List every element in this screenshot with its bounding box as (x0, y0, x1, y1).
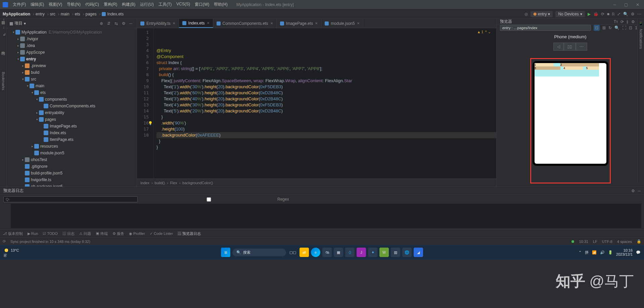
locate-icon[interactable]: ⊕ (100, 21, 104, 26)
code-line[interactable]: .width('90%') (156, 120, 496, 126)
menu-item[interactable]: VCS(S) (174, 1, 192, 8)
menu-item[interactable]: 代码(C) (83, 1, 101, 8)
chevron-up-icon[interactable]: ⌃ (579, 250, 582, 255)
menu-item[interactable]: 构建(B) (120, 1, 137, 8)
caret-position[interactable]: 10:31 (579, 240, 588, 244)
bottom-tool-tab[interactable]: ▤ 日志 (62, 231, 75, 236)
sync-icon[interactable]: ⟳ (3, 239, 6, 244)
code-line[interactable]: private arr: string[] = ['APP1', 'APP2',… (156, 66, 496, 72)
tree-arrow-icon[interactable]: ▸ (21, 71, 25, 74)
search-icon[interactable]: 🔍 (623, 12, 628, 16)
tree-arrow-icon[interactable]: ▾ (26, 84, 30, 88)
tree-node[interactable]: ▾components (7, 96, 137, 103)
store-icon[interactable]: 🛍 (322, 248, 332, 257)
editor-tab[interactable]: ImagePage.ets✕ (277, 19, 322, 28)
tree-arrow-icon[interactable]: ▾ (35, 98, 39, 101)
hide-icon[interactable]: ─ (129, 21, 134, 26)
edge-icon[interactable]: e (311, 248, 320, 257)
tree-node[interactable]: ▸.idea (7, 42, 137, 49)
file-encoding[interactable]: UTF-8 (602, 240, 612, 244)
settings-icon[interactable]: ⚙ (631, 19, 635, 24)
inspection-badge[interactable]: ▲1 ^ ⌄ (477, 29, 491, 35)
task-view-icon[interactable]: ▢▢ (288, 248, 297, 257)
breadcrumb-item[interactable]: pages (86, 12, 97, 16)
text-tool-icon[interactable]: Tт (614, 19, 618, 24)
menu-item[interactable]: 文件(F) (11, 1, 28, 8)
code-line[interactable]: @Entry (156, 48, 496, 54)
phone-screen[interactable]: 1 2 3 4 5 (535, 63, 606, 164)
tree-node[interactable]: oh-package.json5 (7, 183, 137, 187)
tree-node[interactable]: ▸entryability (7, 109, 137, 116)
tree-arrow-icon[interactable]: ▸ (30, 145, 34, 148)
run-module-combo[interactable]: ⬢entry▾ (531, 11, 553, 17)
menu-item[interactable]: 帮助(H) (212, 1, 230, 8)
log-search-input[interactable] (3, 196, 138, 202)
scroll-up-icon[interactable]: ↑ (3, 17, 6, 22)
tree-arrow-icon[interactable]: ▸ (35, 111, 39, 114)
minimize-button[interactable]: ─ (611, 2, 618, 8)
breadcrumb-root[interactable]: MyApplication (3, 12, 30, 16)
bottom-tool-tab[interactable]: ◉ Profiler (129, 232, 145, 236)
close-tab-icon[interactable]: ✕ (315, 21, 318, 25)
close-tab-icon[interactable]: ✕ (173, 21, 175, 25)
wifi-icon[interactable]: 📶 (592, 250, 597, 255)
debug-button[interactable]: 🐞 (593, 12, 598, 16)
project-panel-title[interactable]: ▦ 项目 ▾ (9, 20, 26, 26)
scroll-down-icon[interactable]: ↓ (3, 25, 6, 30)
settings-icon[interactable]: ⚙ (122, 21, 127, 26)
code-line[interactable]: .backgroundColor(0xAFEEEE) (156, 132, 496, 138)
code-line[interactable]: Text('2').width('60%').height(20).backgr… (156, 90, 496, 96)
coverage-button[interactable]: ⟳ (601, 12, 604, 16)
code-line[interactable]: } (156, 144, 496, 150)
bottom-tool-tab[interactable]: ▤ 预览器日志 (178, 231, 201, 236)
tree-node[interactable]: ▾ets (7, 89, 137, 96)
menu-item[interactable]: 导航(N) (65, 1, 83, 8)
code-line[interactable]: struct Index { (156, 60, 496, 66)
tree-node[interactable]: ▾MyApplicationE:\HarmonyOS\MyApplication (7, 29, 137, 36)
stop-button[interactable]: ■ (607, 12, 609, 16)
tree-node[interactable]: ImagePage.ets (7, 123, 137, 130)
bottom-tool-tab[interactable]: ☑ TODO (43, 232, 57, 236)
bottom-tool-tab[interactable]: ▣ 终端 (96, 231, 108, 236)
tree-node[interactable]: CommonComponents.ets (7, 103, 137, 109)
menu-item[interactable]: 窗口(W) (193, 1, 211, 8)
tree-node[interactable]: hvigorfile.ts (7, 176, 137, 183)
bottom-tool-tab[interactable]: ▶ Run (28, 232, 38, 236)
code-line[interactable]: Text('3').width('40%').height(20).backgr… (156, 96, 496, 102)
split-device-button[interactable]: ▯▯ (564, 43, 576, 51)
settings-icon[interactable]: ⚙ (631, 189, 635, 193)
editor-tab[interactable]: CommonComponents.ets✕ (213, 19, 277, 28)
menu-item[interactable]: 编辑(E) (29, 1, 46, 8)
editor-tab[interactable]: Index.ets✕ (179, 19, 213, 28)
code-line[interactable]: .height(100) (156, 126, 496, 132)
run-button[interactable]: ▶ (588, 12, 591, 16)
menu-item[interactable]: 工具(T) (156, 1, 174, 8)
bookmarks-tab[interactable]: Bookmarks (1, 72, 5, 90)
tree-node[interactable]: ▸resources (7, 143, 137, 150)
tree-arrow-icon[interactable]: ▾ (35, 118, 39, 121)
tree-node[interactable]: ▾pages (7, 116, 137, 123)
tree-arrow-icon[interactable]: ▾ (21, 78, 25, 81)
tree-arrow-icon[interactable]: ▸ (21, 64, 25, 67)
battery-icon[interactable]: 🔋 (608, 250, 613, 255)
close-tab-icon[interactable]: ✕ (207, 21, 210, 25)
toolbar-icon[interactable]: ⤢ (617, 12, 620, 16)
regex-checkbox[interactable]: Regex (142, 197, 289, 202)
code-line[interactable]: Text('1').width('30%').height(20).backgr… (156, 84, 496, 90)
tree-node[interactable]: ▸ohosTest (7, 156, 137, 163)
fullscreen-icon[interactable]: ⛶ (622, 25, 626, 30)
notifications-tab[interactable]: Notifications (639, 29, 643, 49)
start-button[interactable]: ⊞ (221, 248, 230, 257)
editor-crumb[interactable]: backgroundColor() (182, 181, 213, 185)
maximize-button[interactable]: ▢ (622, 2, 630, 8)
vscode-icon[interactable]: ⟨⟩ (345, 248, 355, 257)
editor-tab[interactable]: module.json5✕ (321, 19, 363, 28)
close-tab-icon[interactable]: ✕ (270, 21, 273, 25)
refresh-icon[interactable]: ⟳ (620, 19, 624, 24)
code-line[interactable]: Text('4').width('30%').height(20).backgr… (156, 102, 496, 108)
tree-node[interactable]: module.json5 (7, 150, 137, 156)
tree-node[interactable]: ▸.hvigor (7, 36, 137, 42)
editor-tab[interactable]: EntryAbility.ts✕ (137, 19, 179, 28)
app-icon[interactable]: ▦ (334, 248, 343, 257)
tree-arrow-icon[interactable]: ▾ (16, 57, 20, 61)
